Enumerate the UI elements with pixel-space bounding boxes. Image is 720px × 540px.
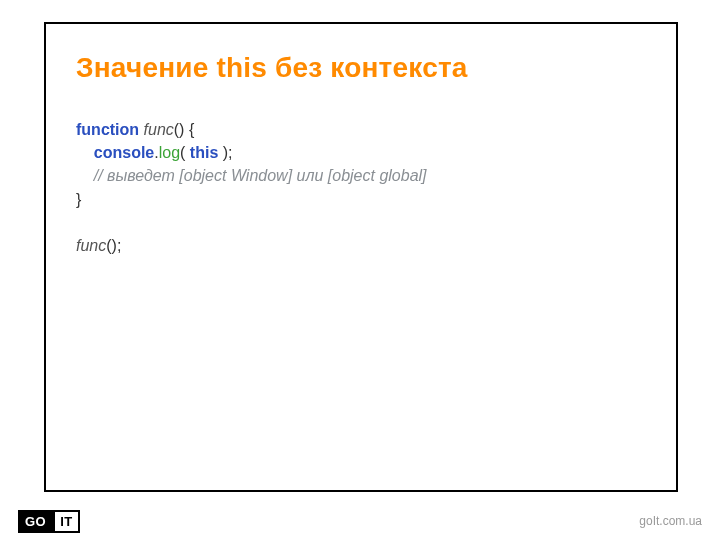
logo-go: GO — [18, 510, 53, 533]
indent — [76, 144, 94, 161]
call-tail: (); — [106, 237, 121, 254]
logo-it: IT — [53, 510, 80, 533]
code-block: function func() { console.log( this ); /… — [76, 118, 650, 257]
footer-url: goIt.com.ua — [639, 514, 702, 528]
paren-open: ( — [180, 144, 190, 161]
footer: GO IT goIt.com.ua — [0, 502, 720, 540]
slide-frame: Значение this без контекста function fun… — [44, 22, 678, 492]
brace-close: } — [76, 191, 81, 208]
fn-call: func — [76, 237, 106, 254]
slide-title: Значение this без контекста — [76, 52, 650, 84]
logo: GO IT — [18, 510, 80, 533]
kw-this: this — [190, 144, 218, 161]
fn-name: func — [139, 121, 174, 138]
obj-console: console — [94, 144, 154, 161]
comment: // выведет [object Window] или [object g… — [94, 167, 427, 184]
slide-page: Значение this без контекста function fun… — [0, 0, 720, 540]
indent — [76, 167, 94, 184]
method-log: log — [159, 144, 180, 161]
code-text: () { — [174, 121, 194, 138]
kw-function: function — [76, 121, 139, 138]
paren-close: ); — [218, 144, 232, 161]
